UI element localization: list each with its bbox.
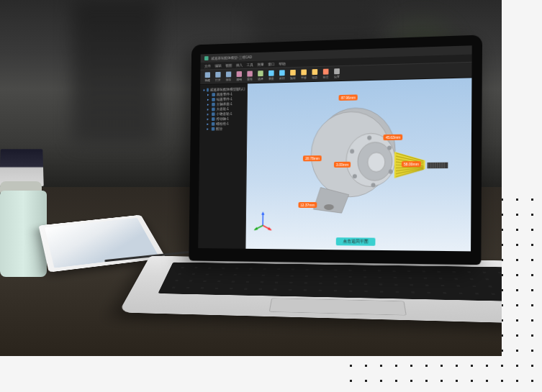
- menu-item[interactable]: 插入: [236, 63, 243, 67]
- dimension-label[interactable]: 87.96mm: [339, 94, 358, 101]
- expand-icon[interactable]: ▸: [207, 127, 210, 131]
- laptop-trackpad: [269, 298, 407, 315]
- menu-item[interactable]: 文件: [204, 64, 211, 68]
- dimension-label[interactable]: 3.00mm: [334, 162, 351, 168]
- tool-label: 重做: [247, 77, 252, 81]
- return-to-plane-button[interactable]: 点击返回平面: [336, 237, 376, 246]
- menu-item[interactable]: 测量: [257, 62, 263, 66]
- toolbar-button[interactable]: 保存: [224, 71, 233, 81]
- tool-icon: [237, 71, 242, 77]
- tool-icon: [312, 69, 317, 75]
- expand-icon[interactable]: ▸: [207, 108, 211, 111]
- tree-item[interactable]: ▸配合: [202, 126, 245, 132]
- toolbar-button[interactable]: 选择: [256, 70, 265, 81]
- tool-icon: [258, 70, 263, 76]
- tree-item-label: 小锥齿轮-1: [216, 112, 232, 116]
- app-icon: [204, 56, 209, 60]
- feature-tree-panel: ▸减速器装配体模型(默认)▸底座零件-1▸端盖零件-1▸主轴承座-1▸大齿轮-1…: [198, 83, 248, 248]
- toolbar-button[interactable]: 重做: [245, 71, 254, 81]
- tool-icon: [279, 70, 285, 76]
- svg-point-11: [324, 204, 334, 210]
- app-body: ▸减速器装配体模型(默认)▸底座零件-1▸端盖零件-1▸主轴承座-1▸大齿轮-1…: [198, 78, 471, 251]
- laptop-screen: 减速器装配体模型-三维CAD 文件编辑视图插入工具测量窗口帮助 新建打开保存撤销…: [198, 45, 471, 251]
- component-icon: [212, 117, 215, 121]
- menu-item[interactable]: 视图: [225, 63, 232, 68]
- gearbox-model: [245, 78, 471, 251]
- dimension-label[interactable]: 45.63mm: [384, 135, 403, 140]
- tool-label: 标注: [323, 76, 329, 79]
- tool-label: 剖切: [279, 76, 285, 80]
- axis-triad: [253, 211, 273, 232]
- dimension-label[interactable]: 12.37mm: [298, 202, 317, 208]
- tool-label: 测量: [268, 77, 274, 81]
- tool-icon: [290, 70, 296, 76]
- toolbar-button[interactable]: 打开: [213, 72, 222, 82]
- toolbar-button[interactable]: 新建: [203, 72, 212, 82]
- tool-label: 缩放: [312, 76, 317, 79]
- svg-point-4: [368, 152, 385, 172]
- component-icon: [212, 112, 215, 116]
- laptop-keys: [158, 263, 502, 302]
- toolbar-button[interactable]: 标注: [321, 68, 331, 78]
- tool-label: 旋转: [290, 76, 296, 80]
- tool-label: 选择: [258, 77, 263, 81]
- tree-item-label: 传动轴-1: [216, 117, 228, 121]
- menu-item[interactable]: 帮助: [279, 61, 285, 65]
- tool-icon: [301, 69, 307, 75]
- toolbar-button[interactable]: 平移: [299, 69, 308, 79]
- 3d-viewport[interactable]: 87.96mm45.63mm28.78mm3.00mm58.00mm12.37m…: [245, 78, 471, 251]
- background-figure: [72, 0, 158, 144]
- svg-marker-31: [261, 211, 264, 214]
- laptop-keyboard-base: [119, 256, 502, 325]
- toolbar-button[interactable]: 撤销: [235, 71, 244, 81]
- tool-label: 打开: [215, 78, 220, 82]
- cad-app-window: 减速器装配体模型-三维CAD 文件编辑视图插入工具测量窗口帮助 新建打开保存撤销…: [198, 45, 471, 251]
- component-icon: [212, 122, 215, 126]
- tool-icon: [247, 71, 253, 77]
- tree-item-label: 配合: [216, 127, 222, 131]
- tree-item-label: 螺栓组-1: [216, 122, 228, 126]
- window-title: 减速器装配体模型-三维CAD: [211, 55, 252, 60]
- menu-item[interactable]: 编辑: [214, 63, 221, 68]
- component-icon: [207, 88, 209, 92]
- expand-icon[interactable]: ▸: [207, 98, 211, 101]
- toolbar-button[interactable]: 剖切: [277, 70, 286, 80]
- component-icon: [212, 127, 215, 131]
- dimension-label[interactable]: 58.00mm: [402, 161, 421, 167]
- tool-label: 撤销: [236, 78, 241, 81]
- component-icon: [212, 108, 215, 111]
- expand-icon[interactable]: ▸: [207, 122, 210, 126]
- svg-marker-35: [253, 227, 258, 230]
- svg-marker-33: [268, 227, 272, 230]
- dimension-label[interactable]: 28.78mm: [303, 155, 322, 161]
- expand-icon[interactable]: ▸: [204, 88, 206, 92]
- toolbar-button[interactable]: 旋转: [288, 70, 297, 80]
- tool-icon: [334, 68, 340, 74]
- toolbar-button[interactable]: 缩放: [310, 69, 320, 79]
- tool-label: 设置: [334, 75, 340, 78]
- tool-icon: [226, 71, 231, 77]
- toolbar-button[interactable]: 设置: [332, 68, 342, 78]
- tool-icon: [205, 72, 210, 78]
- tool-icon: [215, 72, 220, 78]
- tool-label: 平移: [301, 76, 307, 79]
- tool-icon: [323, 69, 329, 75]
- component-icon: [212, 93, 215, 96]
- expand-icon[interactable]: ▸: [207, 117, 211, 121]
- expand-icon[interactable]: ▸: [207, 93, 211, 96]
- tree-item-label: 底座零件-1: [217, 93, 232, 96]
- tree-item-label: 主轴承座-1: [217, 102, 232, 106]
- tree-item-label: 端盖零件-1: [217, 97, 232, 101]
- laptop-screen-bezel: 减速器装配体模型-三维CAD 文件编辑视图插入工具测量窗口帮助 新建打开保存撤销…: [189, 35, 482, 265]
- tree-item-label: 大齿轮-1: [216, 107, 228, 111]
- component-icon: [212, 98, 215, 101]
- toolbar-button[interactable]: 测量: [266, 70, 276, 81]
- menu-item[interactable]: 窗口: [268, 62, 274, 66]
- expand-icon[interactable]: ▸: [207, 103, 211, 106]
- tool-label: 保存: [226, 78, 231, 81]
- tool-label: 新建: [205, 78, 210, 82]
- photo-scene: 减速器装配体模型-三维CAD 文件编辑视图插入工具测量窗口帮助 新建打开保存撤销…: [0, 0, 502, 356]
- menu-item[interactable]: 工具: [247, 63, 253, 67]
- expand-icon[interactable]: ▸: [207, 112, 211, 116]
- component-icon: [212, 103, 215, 106]
